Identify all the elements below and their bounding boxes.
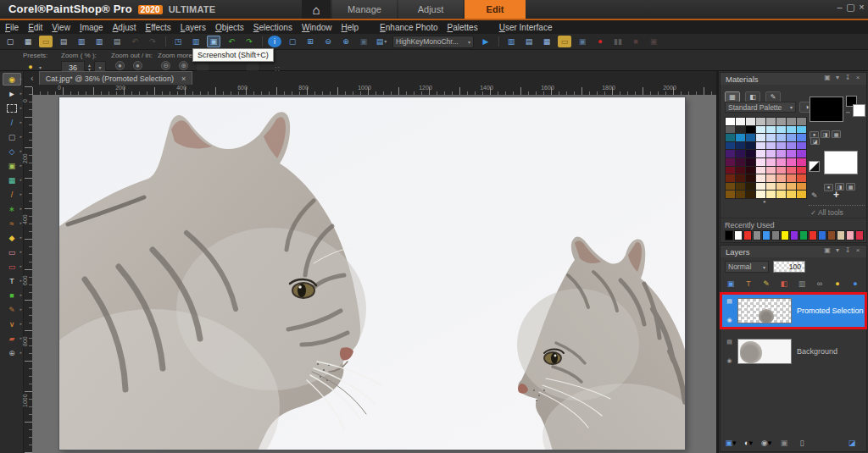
palettes-button[interactable]: ▤▾ — [375, 36, 388, 47]
menu-image[interactable]: Image — [80, 23, 103, 32]
color-palette-grid[interactable] — [725, 117, 807, 199]
blend-mode-select[interactable]: Normal▾ — [725, 261, 769, 273]
document-tab[interactable]: Cat.jpg* @ 36% (Promoted Selection) × — [39, 71, 192, 85]
palette-swatch[interactable] — [726, 118, 735, 125]
recent-swatch[interactable] — [734, 230, 743, 240]
menu-enhance-photo[interactable]: Enhance Photo — [380, 23, 437, 32]
palette-swatch[interactable] — [776, 191, 786, 198]
straighten-tool[interactable]: ◇▸ — [3, 145, 21, 157]
swap-mini-colors-icon[interactable]: ↔ — [845, 108, 851, 114]
full-screen-preview-button[interactable]: ▢ — [286, 36, 299, 47]
palette-swatch[interactable] — [756, 158, 765, 166]
zoom-out-toolbar-button[interactable]: ⊖ — [321, 36, 335, 47]
palette-swatch[interactable] — [787, 142, 796, 150]
eraser-tool[interactable]: ▭▸ — [3, 246, 21, 258]
palette-swatch[interactable] — [776, 134, 786, 141]
document-tab-close-icon[interactable]: × — [181, 75, 186, 83]
new-raster-layer-icon[interactable]: ▣ — [724, 278, 737, 289]
layers-panel-header[interactable]: Layers ▣▾↧× — [721, 246, 866, 257]
menu-effects[interactable]: Effects — [145, 23, 170, 32]
recent-swatch[interactable] — [855, 230, 864, 240]
crop-tool[interactable]: ▢▸ — [3, 130, 21, 143]
palette-swatch[interactable] — [797, 150, 806, 157]
recently-used-swatches[interactable] — [725, 230, 865, 240]
new-image-button[interactable]: ▢ — [3, 36, 17, 47]
fg-pattern-button[interactable]: ▦ — [832, 130, 841, 138]
menu-edit[interactable]: Edit — [28, 23, 42, 32]
layers-menu-icon[interactable]: ▾ — [832, 246, 843, 254]
palette-swatch[interactable] — [726, 191, 735, 198]
palette-swatch[interactable] — [766, 118, 776, 125]
menu-objects[interactable]: Objects — [215, 23, 244, 32]
layers-maximize-icon[interactable]: ▣ — [822, 246, 832, 254]
undo-history-button[interactable]: ↶ — [225, 36, 238, 47]
palette-swatch[interactable] — [726, 167, 735, 174]
new-art-media-layer-icon[interactable]: ✎ — [760, 278, 773, 289]
menu-adjust[interactable]: Adjust — [113, 23, 136, 32]
menu-palettes[interactable]: Palettes — [448, 23, 478, 32]
background-eraser-tool[interactable]: ▭▸ — [3, 260, 21, 273]
recent-swatch[interactable] — [725, 230, 733, 240]
layer-visibility-icon[interactable]: ◉ — [726, 317, 732, 323]
recent-swatch[interactable] — [837, 230, 845, 240]
palette-swatch[interactable] — [787, 134, 796, 141]
palette-swatch[interactable] — [756, 134, 765, 141]
scan-button[interactable]: ▤ — [57, 36, 70, 47]
palette-swatch[interactable] — [746, 183, 755, 191]
palette-swatch[interactable] — [797, 167, 806, 174]
palette-swatch[interactable] — [787, 126, 796, 134]
menu-layers[interactable]: Layers — [181, 23, 206, 32]
palette-swatch[interactable] — [736, 191, 745, 198]
palette-swatch[interactable] — [766, 126, 776, 134]
edit-selection-button[interactable]: ▣ — [777, 437, 791, 448]
select-script-button[interactable]: ▥ — [504, 36, 518, 47]
palette-swatch[interactable] — [756, 142, 765, 150]
palette-swatch[interactable] — [797, 174, 806, 182]
palette-swatch[interactable] — [746, 158, 755, 166]
close-button[interactable]: × — [856, 3, 867, 12]
copy-special-button[interactable]: ▥ — [189, 36, 203, 47]
palette-swatch[interactable] — [756, 167, 765, 174]
new-vector-layer-icon[interactable]: T — [742, 278, 755, 289]
bg-color-button[interactable]: ● — [824, 184, 833, 191]
palette-swatch[interactable] — [736, 126, 745, 134]
palette-swatch[interactable] — [787, 158, 796, 166]
palette-swatch[interactable] — [766, 150, 776, 157]
layer-row-promoted-selection[interactable]: ▤◉Promoted Selection — [722, 295, 865, 327]
browse-images-button[interactable]: ▦ — [21, 36, 35, 47]
image-information-button[interactable]: i — [268, 36, 281, 47]
screenshot-button[interactable]: ▣ — [207, 36, 220, 47]
workspace-tab-edit[interactable]: Edit — [465, 0, 526, 19]
layers-pin-icon[interactable]: ↧ — [843, 246, 853, 254]
layer-thumbnail[interactable] — [737, 298, 792, 323]
preset-shape-tool[interactable]: ■▸ — [3, 289, 21, 301]
palette-swatch[interactable] — [736, 150, 745, 157]
palette-scroll-dot[interactable]: ● — [763, 199, 766, 204]
recent-swatch[interactable] — [846, 230, 854, 240]
script-folder-button[interactable]: ▭ — [558, 36, 571, 47]
undo-button[interactable]: ↶ — [128, 36, 142, 47]
recent-swatch[interactable] — [818, 230, 826, 240]
palette-swatch[interactable] — [736, 118, 745, 125]
materials-maximize-icon[interactable]: ▣ — [822, 74, 832, 81]
palette-swatch[interactable] — [766, 142, 776, 150]
save-as-button[interactable]: ▥ — [92, 36, 106, 47]
save-image-button[interactable]: ▥ — [75, 36, 88, 47]
workspace-tab-manage[interactable]: Manage — [332, 0, 397, 19]
palette-swatch[interactable] — [797, 191, 806, 198]
palette-swatch[interactable] — [787, 183, 796, 191]
menu-window[interactable]: Window — [302, 23, 332, 32]
palette-swatch[interactable] — [756, 118, 765, 125]
palette-swatch[interactable] — [746, 118, 755, 125]
palette-swatch[interactable] — [776, 118, 786, 125]
home-button[interactable]: ⌂ — [302, 0, 331, 19]
palette-swatch[interactable] — [766, 191, 776, 198]
run-script-button[interactable]: ▶ — [479, 36, 492, 47]
tab-scroll-left-icon[interactable]: ‹ — [31, 73, 34, 83]
menu-help[interactable]: Help — [342, 23, 359, 32]
palette-swatch[interactable] — [726, 174, 735, 182]
minimize-button[interactable]: – — [834, 3, 845, 12]
palette-swatch[interactable] — [776, 174, 786, 182]
zoom-in-toolbar-button[interactable]: ⊕ — [339, 36, 353, 47]
redo-history-button[interactable]: ↷ — [242, 36, 256, 47]
